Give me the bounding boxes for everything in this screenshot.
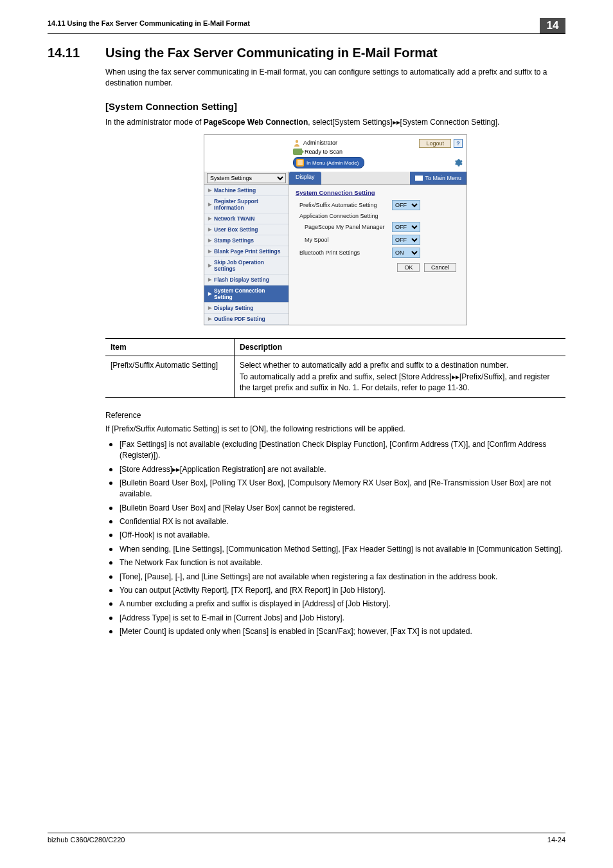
reference-lead: If [Prefix/Suffix Automatic Setting] is … — [105, 424, 565, 435]
sidebar-item-label: Stamp Settings — [214, 237, 254, 244]
svg-rect-1 — [298, 160, 303, 165]
gear-icon[interactable] — [454, 158, 463, 169]
reference-item: [Bulletin Board User Box], [Polling TX U… — [105, 478, 565, 500]
sidebar-item-label: Network TWAIN — [214, 215, 254, 222]
table-row: [Prefix/Suffix Automatic Setting] Select… — [105, 356, 565, 398]
setting-row: Application Connection Setting — [296, 212, 461, 221]
help-button[interactable]: ? — [454, 139, 463, 148]
reference-item: [Meter Count] is updated only when [Scan… — [105, 626, 565, 637]
setting-label: PageScope My Panel Manager — [296, 224, 392, 230]
reference-item: [Tone], [Pause], [-], and [Line Settings… — [105, 572, 565, 583]
administrator-icon — [293, 139, 301, 147]
td-item: [Prefix/Suffix Automatic Setting] — [105, 356, 234, 398]
reference-item: You can output [Activity Report], [TX Re… — [105, 585, 565, 596]
reference-title: Reference — [105, 411, 565, 420]
reference-item: A number excluding a prefix and suffix i… — [105, 599, 565, 610]
cancel-button[interactable]: Cancel — [424, 263, 456, 272]
sidebar-item-label: Outline PDF Setting — [214, 316, 265, 322]
heading-text: Using the Fax Server Communicating in E-… — [105, 46, 565, 60]
chapter-badge: 14 — [540, 18, 565, 33]
sidebar-item[interactable]: ▶Blank Page Print Settings — [204, 246, 289, 257]
to-main-label: To Main Menu — [425, 175, 461, 181]
chevron-right-icon: ▶ — [208, 238, 211, 243]
ok-button[interactable]: OK — [397, 263, 420, 272]
page-header-title: 14.11 Using the Fax Server Communicating… — [48, 19, 540, 33]
mode-pill-label: In Menu (Admin Mode) — [306, 160, 359, 166]
sidebar-item-label: Register Support Information — [214, 198, 285, 211]
chevron-right-icon: ▶ — [208, 305, 211, 311]
sidebar-item[interactable]: ▶Machine Setting — [204, 185, 289, 196]
chevron-right-icon: ▶ — [208, 316, 211, 321]
section-select[interactable]: System Settings — [207, 173, 286, 183]
reference-item: [Bulletin Board User Box] and [Relay Use… — [105, 503, 565, 514]
chevron-right-icon: ▶ — [208, 188, 211, 193]
lead-post: , select[System Settings]▸▸[System Conne… — [308, 118, 499, 127]
to-main-menu-button[interactable]: To Main Menu — [410, 172, 466, 185]
setting-label: Application Connection Setting — [296, 213, 392, 219]
setting-row: Prefix/Suffix Automatic SettingOFF — [296, 199, 461, 212]
footer-right: 14-24 — [547, 836, 565, 844]
reference-item: [Address Type] is set to E-mail in [Curr… — [105, 613, 565, 624]
footer-left: bizhub C360/C280/C220 — [48, 836, 125, 844]
chevron-right-icon: ▶ — [208, 202, 211, 207]
sidebar-item[interactable]: ▶Stamp Settings — [204, 235, 289, 246]
td-desc: Select whether to automatically add a pr… — [234, 356, 565, 398]
intro-paragraph: When using the fax server communicating … — [105, 67, 565, 89]
setting-row: PageScope My Panel ManagerOFF — [296, 221, 461, 233]
section-lead: In the administrator mode of PageScope W… — [105, 117, 565, 128]
sidebar-item[interactable]: ▶Flash Display Setting — [204, 275, 289, 285]
reference-item: [Store Address]▸▸[Application Registrati… — [105, 464, 565, 475]
chevron-right-icon: ▶ — [208, 227, 211, 232]
setting-select[interactable]: ON — [392, 248, 420, 258]
mode-pill: In Menu (Admin Mode) — [293, 157, 364, 168]
ready-icon — [293, 149, 302, 155]
tab-display[interactable]: Display — [289, 172, 321, 185]
sidebar-item[interactable]: ▶Register Support Information — [204, 196, 289, 213]
page-footer: bizhub C360/C280/C220 14-24 — [48, 833, 565, 844]
reference-item: [Off-Hook] is not available. — [105, 530, 565, 541]
to-main-icon — [415, 176, 423, 181]
setting-row: Bluetooth Print SettingsON — [296, 246, 461, 259]
sidebar-item-label: Skip Job Operation Settings — [214, 259, 285, 272]
setting-label: My Spool — [296, 237, 392, 243]
lead-bold: PageScope Web Connection — [204, 118, 308, 127]
chevron-right-icon: ▶ — [208, 277, 211, 282]
heading-1: 14.11 Using the Fax Server Communicating… — [48, 46, 565, 60]
chevron-right-icon: ▶ — [208, 291, 211, 296]
setting-label: Prefix/Suffix Automatic Setting — [296, 202, 392, 208]
reference-item: Confidential RX is not available. — [105, 516, 565, 527]
mode-pill-icon — [296, 159, 304, 167]
sidebar-item-label: Blank Page Print Settings — [214, 248, 280, 255]
sidebar-item-label: Flash Display Setting — [214, 276, 269, 283]
reference-item: When sending, [Line Settings], [Communic… — [105, 544, 565, 555]
panel-title: System Connection Setting — [296, 189, 461, 196]
th-item: Item — [105, 339, 234, 356]
svg-point-0 — [296, 140, 298, 143]
page-header: 14.11 Using the Fax Server Communicating… — [48, 19, 565, 34]
setting-select[interactable]: OFF — [392, 222, 420, 232]
sidebar-item-label: Display Setting — [214, 305, 253, 311]
setting-select[interactable]: OFF — [392, 200, 420, 210]
sidebar-item-label: System Connection Setting — [214, 287, 285, 300]
chevron-right-icon: ▶ — [208, 249, 211, 254]
setting-row: My SpoolOFF — [296, 233, 461, 246]
ready-label: Ready to Scan — [305, 149, 342, 155]
logout-button[interactable]: Logout — [419, 139, 451, 148]
chevron-right-icon: ▶ — [208, 216, 211, 221]
setting-select[interactable]: OFF — [392, 235, 420, 245]
sidebar-item[interactable]: ▶Network TWAIN — [204, 213, 289, 224]
section-heading: [System Connection Setting] — [105, 101, 565, 112]
sidebar-item[interactable]: ▶System Connection Setting — [204, 285, 289, 303]
setting-label: Bluetooth Print Settings — [296, 249, 392, 256]
reference-item: [Fax Settings] is not available (excludi… — [105, 439, 565, 462]
sidebar-item-label: Machine Setting — [214, 187, 256, 194]
sidebar-item[interactable]: ▶Skip Job Operation Settings — [204, 257, 289, 275]
sidebar-item[interactable]: ▶Outline PDF Setting — [204, 314, 289, 325]
chevron-right-icon: ▶ — [208, 263, 211, 268]
heading-number: 14.11 — [48, 46, 105, 60]
th-desc: Description — [234, 339, 565, 356]
sidebar: ▶Machine Setting▶Register Support Inform… — [204, 185, 289, 325]
sidebar-item[interactable]: ▶Display Setting — [204, 303, 289, 314]
sidebar-item[interactable]: ▶User Box Setting — [204, 224, 289, 235]
reference-item: The Network Fax function is not availabl… — [105, 557, 565, 568]
